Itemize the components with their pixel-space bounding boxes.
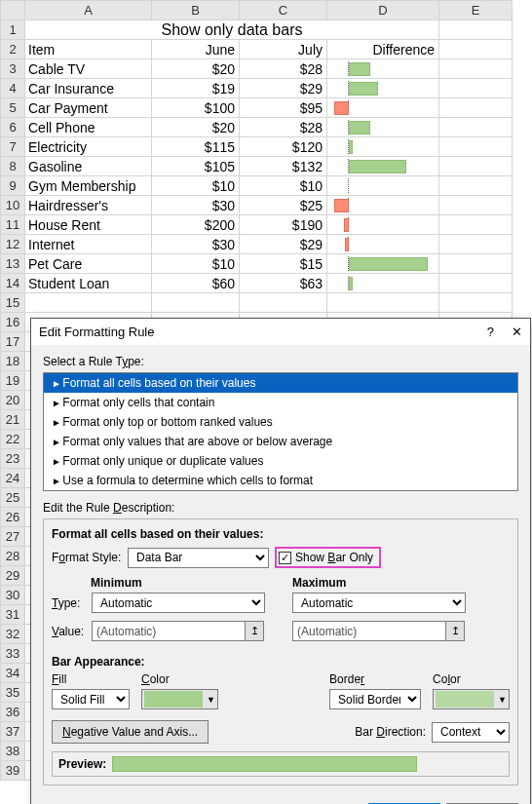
row-header[interactable]: 10 xyxy=(1,196,25,215)
row-header[interactable]: 22 xyxy=(1,430,25,449)
cell-item[interactable]: Internet xyxy=(25,235,152,254)
row-header[interactable]: 27 xyxy=(1,527,25,547)
row-header[interactable]: 6 xyxy=(1,118,25,137)
cell-item[interactable]: Cell Phone xyxy=(25,118,152,137)
col-header-a[interactable]: A xyxy=(25,1,152,20)
row-header[interactable]: 20 xyxy=(1,391,25,410)
row-header[interactable]: 1 xyxy=(1,20,25,40)
row-header[interactable]: 14 xyxy=(1,274,25,293)
row-header[interactable]: 17 xyxy=(1,332,25,352)
cell-databar[interactable] xyxy=(327,254,439,274)
min-type-select[interactable]: Automatic xyxy=(92,593,265,613)
range-selector-icon[interactable]: ↥ xyxy=(245,621,264,641)
rule-type-item[interactable]: ► Format only cells that contain xyxy=(44,393,517,412)
cell-june[interactable]: $20 xyxy=(152,59,240,79)
cell-july[interactable]: $10 xyxy=(240,176,327,196)
cell-item[interactable]: Gasoline xyxy=(25,157,152,176)
col-item-header[interactable]: Item xyxy=(25,40,152,59)
cell-databar[interactable] xyxy=(327,79,439,98)
cell-databar[interactable] xyxy=(327,137,439,157)
col-header-d[interactable]: D xyxy=(327,1,439,20)
fill-color-select[interactable]: ▼ xyxy=(141,689,218,709)
cell-databar[interactable] xyxy=(327,98,439,118)
cell-item[interactable]: Electricity xyxy=(25,137,152,157)
cell-june[interactable]: $10 xyxy=(152,176,240,196)
cell-databar[interactable] xyxy=(327,235,439,254)
row-header[interactable]: 36 xyxy=(1,703,25,722)
col-header-c[interactable]: C xyxy=(240,1,327,20)
close-button[interactable]: ✕ xyxy=(512,325,522,339)
row-header[interactable]: 26 xyxy=(1,508,25,527)
col-july-header[interactable]: July xyxy=(240,40,327,59)
row-header[interactable]: 34 xyxy=(1,664,25,683)
row-header[interactable]: 16 xyxy=(1,313,25,332)
rule-type-item[interactable]: ► Use a formula to determine which cells… xyxy=(44,471,517,490)
cell-databar[interactable] xyxy=(327,196,439,215)
sheet-title[interactable]: Show only data bars xyxy=(25,20,439,40)
row-header[interactable]: 15 xyxy=(1,293,25,313)
cell-july[interactable]: $95 xyxy=(240,98,327,118)
row-header[interactable]: 32 xyxy=(1,625,25,644)
cell-june[interactable]: $30 xyxy=(152,196,240,215)
cell-item[interactable]: Pet Care xyxy=(25,254,152,274)
row-header[interactable]: 39 xyxy=(1,761,25,781)
cell-item[interactable]: Cable TV xyxy=(25,59,152,79)
rule-type-item[interactable]: ► Format only top or bottom ranked value… xyxy=(44,412,517,432)
row-header[interactable]: 25 xyxy=(1,488,25,508)
cell-databar[interactable] xyxy=(327,59,439,79)
cell-item[interactable]: Student Loan xyxy=(25,274,152,293)
cell-july[interactable]: $29 xyxy=(240,235,327,254)
row-header[interactable]: 11 xyxy=(1,215,25,235)
row-header[interactable]: 12 xyxy=(1,235,25,254)
cell-july[interactable]: $28 xyxy=(240,118,327,137)
cell-june[interactable]: $30 xyxy=(152,235,240,254)
row-header[interactable]: 7 xyxy=(1,137,25,157)
cell-june[interactable]: $10 xyxy=(152,254,240,274)
cell-databar[interactable] xyxy=(327,157,439,176)
row-header[interactable]: 35 xyxy=(1,683,25,703)
row-header[interactable]: 30 xyxy=(1,586,25,605)
border-select[interactable]: Solid Border xyxy=(329,689,421,709)
row-header[interactable]: 18 xyxy=(1,352,25,371)
row-header[interactable]: 5 xyxy=(1,98,25,118)
cell-item[interactable]: House Rent xyxy=(25,215,152,235)
cell-june[interactable]: $100 xyxy=(152,98,240,118)
cell-june[interactable]: $105 xyxy=(152,157,240,176)
row-header[interactable]: 38 xyxy=(1,742,25,761)
max-value-input[interactable] xyxy=(292,621,445,641)
col-header-e[interactable]: E xyxy=(439,1,513,20)
cell-databar[interactable] xyxy=(327,215,439,235)
row-header[interactable]: 29 xyxy=(1,566,25,586)
cell-databar[interactable] xyxy=(327,274,439,293)
bar-direction-select[interactable]: Context xyxy=(432,722,510,743)
row-header[interactable]: 4 xyxy=(1,79,25,98)
row-header[interactable]: 19 xyxy=(1,371,25,391)
cell-july[interactable]: $63 xyxy=(240,274,327,293)
cell-item[interactable]: Car Insurance xyxy=(25,79,152,98)
col-june-header[interactable]: June xyxy=(152,40,240,59)
row-header[interactable]: 2 xyxy=(1,40,25,59)
row-header[interactable]: 3 xyxy=(1,59,25,79)
cell-june[interactable]: $19 xyxy=(152,79,240,98)
row-header[interactable]: 28 xyxy=(1,547,25,566)
min-value-input[interactable] xyxy=(92,621,245,641)
cell-databar[interactable] xyxy=(327,176,439,196)
row-header[interactable]: 24 xyxy=(1,469,25,488)
cell-july[interactable]: $15 xyxy=(240,254,327,274)
cell-july[interactable]: $29 xyxy=(240,79,327,98)
corner-cell[interactable] xyxy=(1,1,25,20)
cell-june[interactable]: $20 xyxy=(152,118,240,137)
cell-july[interactable]: $132 xyxy=(240,157,327,176)
negative-value-axis-button[interactable]: Negative Value and Axis... xyxy=(52,720,209,744)
row-header[interactable]: 8 xyxy=(1,157,25,176)
row-header[interactable]: 21 xyxy=(1,410,25,430)
cell-item[interactable]: Gym Membership xyxy=(25,176,152,196)
cell-item[interactable]: Car Payment xyxy=(25,98,152,118)
fill-select[interactable]: Solid Fill xyxy=(52,689,130,709)
col-header-b[interactable]: B xyxy=(152,1,240,20)
range-selector-icon[interactable]: ↥ xyxy=(445,621,465,641)
cell-july[interactable]: $25 xyxy=(240,196,327,215)
cell-july[interactable]: $28 xyxy=(240,59,327,79)
cell-july[interactable]: $120 xyxy=(240,137,327,157)
cell-june[interactable]: $200 xyxy=(152,215,240,235)
